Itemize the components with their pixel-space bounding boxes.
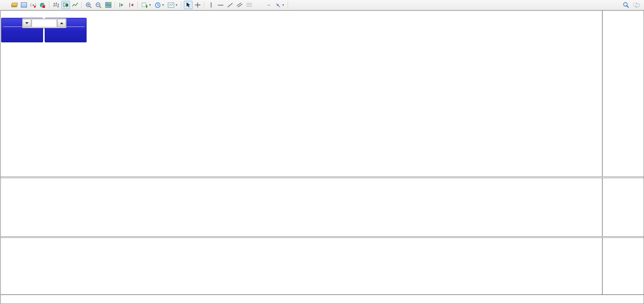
volume-increase-button[interactable] <box>57 19 66 27</box>
chart-shift-icon <box>128 2 134 8</box>
chevron-down-icon: ▼ <box>162 4 164 6</box>
toolbar-separator <box>181 2 182 8</box>
zoom-out-button[interactable] <box>94 1 103 9</box>
candlestick-chart-icon <box>62 2 69 8</box>
fibonacci-button[interactable] <box>245 1 254 9</box>
tile-windows-icon <box>105 2 111 8</box>
chart-window-icon <box>21 2 27 8</box>
chart-canvas <box>1 11 602 294</box>
auto-scroll-button[interactable] <box>117 1 126 9</box>
line-chart-icon <box>72 2 78 8</box>
bars-chart-icon <box>53 2 59 8</box>
chevron-down-icon: ▼ <box>282 4 285 6</box>
zoom-out-icon <box>95 2 102 8</box>
price-axis <box>602 11 644 294</box>
arrows-icon <box>275 2 281 8</box>
crosshair-button[interactable] <box>193 1 202 9</box>
search-button[interactable] <box>621 1 631 9</box>
pane-splitter[interactable] <box>1 177 644 178</box>
vertical-line-icon <box>209 2 213 8</box>
triangle-down-icon <box>25 22 28 24</box>
bars-chart-button[interactable] <box>52 1 60 9</box>
fibonacci-icon <box>246 2 253 8</box>
cursor-button[interactable] <box>184 1 193 9</box>
line-chart-button[interactable] <box>71 1 79 9</box>
template-icon <box>168 2 174 8</box>
trendline-icon <box>227 2 233 8</box>
indicators-icon <box>142 2 148 8</box>
signal-icon <box>30 2 36 8</box>
vertical-line-button[interactable] <box>207 1 215 9</box>
triangle-up-icon <box>60 22 63 24</box>
periods-button[interactable]: ▼ <box>153 1 166 9</box>
tile-windows-button[interactable] <box>104 1 113 9</box>
main-toolbar: ▼ ▼ ▼ <box>0 0 644 10</box>
time-axis <box>1 294 644 304</box>
volume-input[interactable] <box>32 19 57 27</box>
equidistant-channel-button[interactable] <box>235 1 244 9</box>
zoom-in-icon <box>85 2 92 8</box>
chart-title <box>3 12 7 17</box>
volume-stepper <box>22 18 66 28</box>
toolbar-separator <box>138 2 138 8</box>
sell-price <box>1 36 43 41</box>
market-button[interactable] <box>10 1 19 9</box>
auto-scroll-icon <box>119 2 125 8</box>
toolbar-separator <box>115 2 115 8</box>
signals-button[interactable] <box>29 1 38 9</box>
horizontal-line-button[interactable] <box>216 1 225 9</box>
zoom-in-button[interactable] <box>84 1 93 9</box>
crosshair-icon <box>195 2 201 8</box>
toolbar-separator <box>81 2 82 8</box>
cursor-icon <box>185 2 191 8</box>
toolbar-separator <box>288 2 289 8</box>
chart-shift-button[interactable] <box>127 1 136 9</box>
arrows-button[interactable]: ▼ <box>274 1 286 9</box>
text-tool-button[interactable] <box>255 1 264 9</box>
new-chart-button[interactable] <box>19 1 28 9</box>
indicators-button[interactable]: ▼ <box>140 1 153 9</box>
new-order-button[interactable] <box>0 1 9 9</box>
autotrading-button[interactable] <box>38 1 47 9</box>
chat-button[interactable] <box>631 1 642 9</box>
one-click-trading-panel <box>1 18 87 42</box>
toolbar-separator <box>204 2 205 8</box>
channel-icon <box>236 2 243 8</box>
chevron-down-icon: ▼ <box>175 4 178 6</box>
pane-splitter[interactable] <box>1 236 644 238</box>
volume-decrease-button[interactable] <box>23 19 31 27</box>
toolbar-right-group <box>621 1 642 9</box>
chat-icon <box>633 2 640 8</box>
autotrading-icon <box>40 3 45 8</box>
search-icon <box>623 2 629 8</box>
text-label-icon <box>268 5 270 6</box>
clock-icon <box>155 2 161 8</box>
templates-button[interactable]: ▼ <box>166 1 179 9</box>
chart-window <box>0 10 644 304</box>
trendline-button[interactable] <box>226 1 234 9</box>
toolbar-separator <box>49 2 50 8</box>
buy-price <box>45 36 87 41</box>
chevron-down-icon: ▼ <box>149 4 151 6</box>
candlestick-chart-button[interactable] <box>61 1 70 9</box>
gold-bar-icon <box>11 3 18 7</box>
text-label-button[interactable] <box>264 1 273 9</box>
horizontal-line-icon <box>217 3 224 8</box>
